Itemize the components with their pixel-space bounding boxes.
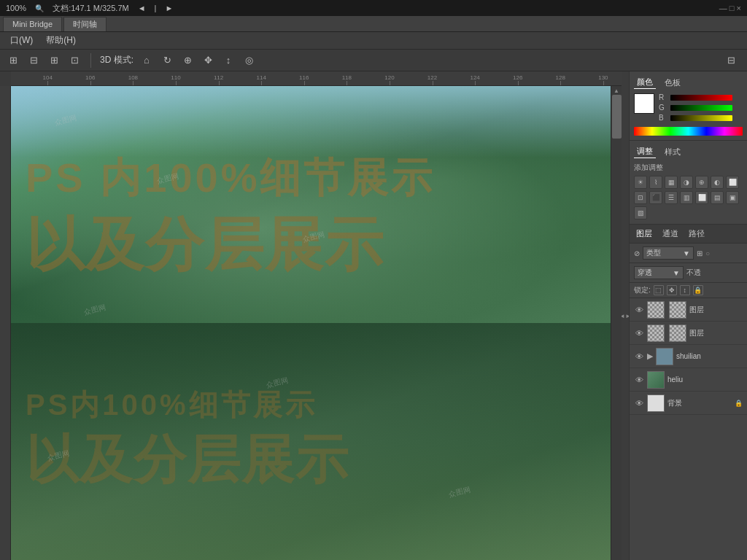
watermark-line-3: PS内100%细节展示 [26, 385, 609, 425]
blend-mode-dropdown[interactable]: 穿透 ▼ [634, 266, 684, 279]
vertical-scrollbar[interactable]: ▲ [611, 86, 622, 560]
toolbar-icon-right[interactable]: ⊟ [724, 53, 738, 68]
canvas-col: 104 106 108 110 112 114 116 118 120 122 … [0, 71, 622, 560]
layer-eye-2[interactable]: 👁 [634, 328, 644, 338]
toolbar-3d-label: 3D 模式: [100, 54, 133, 66]
adj-selectcolor[interactable]: ⬜ [695, 191, 708, 204]
adj-gradient[interactable]: ▥ [680, 191, 693, 204]
filter-toggle[interactable]: ○ [705, 249, 710, 257]
app-layout: 100% 🔍 文档:147.1 M/325.7M ◄ | ► — □ × Min… [0, 0, 747, 560]
toolbar-3d-icon-4[interactable]: ✥ [201, 53, 215, 68]
lock-label: 锁定: [634, 285, 651, 295]
layer-row-1[interactable]: 👁 图层 [630, 298, 747, 322]
adj-threshold[interactable]: ▣ [726, 191, 739, 204]
g-slider[interactable] [670, 105, 732, 111]
tab-paths[interactable]: 路径 [686, 228, 707, 240]
color-spectrum[interactable] [634, 127, 743, 136]
toolbar-icon-1[interactable]: ⊞ [6, 53, 20, 68]
tab-adjustments[interactable]: 调整 [634, 145, 656, 158]
adj-photo[interactable]: ⬜ [726, 176, 739, 189]
adj-vibrance[interactable]: ☰ [665, 191, 678, 204]
folder-arrow-icon[interactable]: ▶ [647, 351, 653, 361]
ruler-corner [0, 71, 11, 86]
tab-styles[interactable]: 样式 [662, 146, 684, 158]
tab-channels[interactable]: 通道 [660, 228, 681, 240]
layer-eye-4[interactable]: 👁 [634, 375, 644, 385]
toolbar-3d-icon-6[interactable]: ◎ [241, 53, 256, 68]
watermark-line-4: 以及分层展示 [26, 425, 609, 495]
toolbar-3d-icon-3[interactable]: ⊕ [180, 53, 195, 68]
layer-eye-3[interactable]: 👁 [634, 351, 644, 362]
canvas-area[interactable]: PS 内100%细节展示 以及分层展示 PS内100%细节展示 以及分层展示 众… [11, 86, 622, 560]
canvas-image: PS 内100%细节展示 以及分层展示 PS内100%细节展示 以及分层展示 众… [11, 86, 622, 560]
layer-name-5: 背景 [667, 398, 732, 408]
zoom-level: 100% [6, 4, 26, 12]
g-label: G [659, 104, 667, 112]
adj-colorbalance[interactable]: ⊕ [695, 176, 708, 189]
tab-color[interactable]: 颜色 [634, 76, 656, 89]
color-controls: R G B [634, 93, 743, 124]
filter-type-dropdown[interactable]: 类型 ▼ [643, 246, 694, 260]
menu-help[interactable]: 帮助(H) [40, 33, 82, 48]
adj-posterize[interactable]: ▤ [711, 191, 724, 204]
b-slider[interactable] [670, 115, 732, 121]
lock-gradient-icon[interactable]: ✥ [667, 285, 677, 295]
layer-name-3: shuilian [676, 352, 743, 360]
adj-invert[interactable]: ▧ [634, 206, 647, 219]
zoom-icon[interactable]: 🔍 [35, 4, 44, 12]
top-bar: 100% 🔍 文档:147.1 M/325.7M ◄ | ► — □ × [0, 0, 747, 16]
lock-pixels-icon[interactable]: ⬚ [654, 285, 664, 295]
adj-brightness[interactable]: ☀ [634, 176, 647, 189]
filter-options-icon[interactable]: ⊞ [697, 249, 703, 257]
adj-exposure[interactable]: ⬛ [649, 191, 662, 204]
horizontal-ruler: 104 106 108 110 112 114 116 118 120 122 … [11, 71, 622, 86]
layer-row-shuilian[interactable]: 👁 ▶ shuilian [630, 345, 747, 368]
nav-prev[interactable]: ◄ [138, 4, 146, 12]
layer-row-heliu[interactable]: 👁 heliu [630, 368, 747, 392]
layer-eye-1[interactable]: 👁 [634, 305, 644, 315]
tab-bar: Mini Bridge 时间轴 [0, 16, 747, 32]
adj-curves[interactable]: ⌇ [649, 176, 662, 189]
r-label: R [659, 93, 667, 101]
lock-all-icon[interactable]: 🔒 [693, 285, 703, 295]
scroll-up-arrow[interactable]: ▲ [611, 88, 622, 94]
adj-levels[interactable]: ▦ [665, 176, 678, 189]
tab-swatches[interactable]: 色板 [662, 77, 684, 89]
foreground-color-swatch[interactable] [634, 93, 654, 114]
toolbar-icon-4[interactable]: ⊡ [67, 53, 82, 68]
toolbar-3d: ⊞ ⊟ ⊞ ⊡ 3D 模式: ⌂ ↻ ⊕ ✥ ↕ ◎ ⊟ [0, 50, 747, 71]
tab-timeline[interactable]: 时间轴 [63, 17, 107, 31]
panel-collapse-handle[interactable]: ◄► [622, 71, 629, 560]
adj-hsl[interactable]: ◑ [680, 176, 693, 189]
toolbar-icon-2[interactable]: ⊟ [26, 53, 41, 68]
watermark-line-1: PS 内100%细节展示 [26, 151, 609, 206]
watermark-container: PS 内100%细节展示 以及分层展示 PS内100%细节展示 以及分层展示 [11, 86, 622, 560]
lock-move-icon[interactable]: ↕ [680, 285, 690, 295]
nav-next[interactable]: ► [165, 4, 173, 12]
content-row: 104 106 108 110 112 114 116 118 120 122 … [0, 71, 747, 560]
adj-channelmix[interactable]: ⊡ [634, 191, 647, 204]
toolbar-icon-3[interactable]: ⊞ [47, 53, 61, 68]
toolbar-sep [90, 53, 91, 68]
layer-thumb-heliu [647, 371, 665, 389]
layer-name-4: heliu [667, 376, 743, 384]
layer-row-bg[interactable]: 👁 背景 🔒 [630, 392, 747, 415]
layers-header: 图层 通道 路径 [630, 225, 747, 244]
toolbar-3d-icon-5[interactable]: ↕ [221, 53, 236, 68]
vertical-ruler [0, 86, 11, 560]
toolbar-3d-icon-1[interactable]: ⌂ [139, 53, 154, 68]
scrollbar-thumb[interactable] [612, 95, 622, 139]
window-controls: — □ × [719, 4, 741, 12]
color-row-b: B [659, 114, 739, 122]
toolbar-3d-icon-2[interactable]: ↻ [160, 53, 174, 68]
menu-window[interactable]: 口(W) [4, 33, 39, 48]
adjustments-panel: 调整 样式 添加调整 ☀ ⌇ ▦ ◑ ⊕ ◐ ⬜ ⊡ ⬛ ☰ ▥ ⬜ [630, 141, 747, 225]
tab-layers[interactable]: 图层 [634, 228, 654, 240]
adj-bw[interactable]: ◐ [711, 176, 724, 189]
color-panel-header: 颜色 色板 [634, 76, 743, 89]
tab-mini-bridge[interactable]: Mini Bridge [3, 17, 62, 31]
layer-row-2[interactable]: 👁 图层 [630, 322, 747, 345]
r-slider[interactable] [670, 95, 732, 101]
layer-thumb-1 [647, 301, 665, 319]
layer-eye-5[interactable]: 👁 [634, 398, 644, 408]
